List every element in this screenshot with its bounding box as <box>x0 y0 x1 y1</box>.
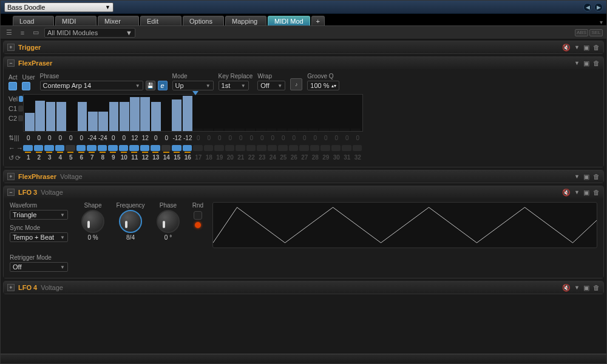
tab-overflow-icon[interactable]: ▾ <box>600 19 603 25</box>
user-checkbox[interactable] <box>22 82 30 90</box>
transpose-4[interactable]: 0 <box>55 135 66 141</box>
collapse-icon[interactable]: − <box>7 59 15 67</box>
tab-midi[interactable]: MIDI <box>55 16 97 25</box>
keyreplace-select[interactable]: 1st▼ <box>219 81 249 90</box>
transpose-29[interactable]: 0 <box>320 135 331 141</box>
transpose-17[interactable]: 0 <box>193 135 204 141</box>
lfo4-header[interactable]: + LFO 4 Voltage 🔇 ▼ ▣ 🗑 <box>4 281 603 294</box>
vel-bar-27[interactable] <box>298 129 308 131</box>
transpose-7[interactable]: -24 <box>87 135 98 141</box>
transpose-21[interactable]: 0 <box>236 135 246 141</box>
step-led-18[interactable] <box>204 145 214 151</box>
copy-icon[interactable]: ▣ <box>583 189 589 197</box>
transpose-30[interactable]: 0 <box>331 135 342 141</box>
transpose-28[interactable]: 0 <box>310 135 321 141</box>
step-led-14[interactable] <box>161 145 171 151</box>
step-led-27[interactable] <box>299 145 309 151</box>
phrase-select[interactable]: Contemp Arp 14▼ <box>40 81 143 90</box>
step-led-3[interactable] <box>44 145 54 151</box>
vel-bar-7[interactable] <box>88 112 98 131</box>
chevron-down-icon[interactable]: ▼ <box>574 174 580 180</box>
tab-midi-mod[interactable]: MIDI Mod <box>268 16 310 25</box>
step-led-28[interactable] <box>310 145 320 151</box>
delete-icon[interactable]: 🗑 <box>593 59 600 67</box>
next-preset-button[interactable]: ▶ <box>594 3 603 12</box>
step-led-25[interactable] <box>278 145 288 151</box>
vel-bar-2[interactable] <box>35 101 45 131</box>
c2-led[interactable] <box>18 115 23 121</box>
tab-edit[interactable]: Edit <box>140 16 181 25</box>
transpose-14[interactable]: 0 <box>161 135 172 141</box>
step-led-31[interactable] <box>342 145 351 151</box>
copy-icon[interactable]: ▣ <box>583 59 589 67</box>
step-led-5[interactable] <box>66 145 75 151</box>
fwd-icon[interactable]: → <box>16 144 23 152</box>
tab-options[interactable]: Options <box>183 16 224 25</box>
step-led-24[interactable] <box>268 145 277 151</box>
vel-bar-24[interactable] <box>266 129 276 131</box>
transpose-27[interactable]: 0 <box>299 135 310 141</box>
step-led-1[interactable] <box>23 145 33 151</box>
transpose-20[interactable]: 0 <box>225 135 236 141</box>
vel-bar-13[interactable] <box>151 102 161 131</box>
tab-load[interactable]: Load <box>13 16 54 25</box>
vel-bar-16[interactable] <box>183 96 192 131</box>
step-led-6[interactable] <box>76 145 86 151</box>
delete-icon[interactable]: 🗑 <box>593 44 600 51</box>
chevron-down-icon[interactable]: ▼ <box>574 285 580 291</box>
transpose-1[interactable]: 0 <box>23 135 34 141</box>
transpose-10[interactable]: 0 <box>119 135 130 141</box>
waveform-select[interactable]: Triangle▼ <box>10 210 68 220</box>
transpose-8[interactable]: -24 <box>98 135 109 141</box>
frequency-knob[interactable] <box>119 210 142 233</box>
flexphraser-header[interactable]: + FlexPhraser Voltage ▼ ▣ 🗑 <box>4 170 603 183</box>
transpose-13[interactable]: 0 <box>151 135 161 141</box>
c1-led[interactable] <box>18 106 23 112</box>
expand-all-icon[interactable]: ☰ <box>4 29 14 37</box>
prev-preset-button[interactable]: ◀ <box>583 3 592 12</box>
collapse-icon[interactable]: − <box>7 189 15 196</box>
step-led-10[interactable] <box>119 145 129 151</box>
step-led-20[interactable] <box>225 145 235 151</box>
transpose-9[interactable]: 0 <box>108 135 119 141</box>
vel-bar-21[interactable] <box>235 129 245 131</box>
vel-bar-32[interactable] <box>351 129 361 131</box>
step-led-21[interactable] <box>236 145 245 151</box>
grooveq-value[interactable]: 100 % ▴▾ <box>307 81 339 90</box>
flexpraser-header[interactable]: − FlexPraser ▼ ▣ 🗑 <box>4 57 603 69</box>
act-checkbox[interactable] <box>8 82 17 90</box>
reset-icon[interactable]: ↺ <box>8 154 14 162</box>
step-led-26[interactable] <box>289 145 299 151</box>
trigger-header[interactable]: + Trigger 🔇 ▼ ▣ 🗑 <box>4 41 603 53</box>
vel-bar-28[interactable] <box>308 129 318 131</box>
sync-select[interactable]: Tempo + Beat▼ <box>10 232 68 242</box>
vel-bar-29[interactable] <box>319 129 329 131</box>
transpose-23[interactable]: 0 <box>257 135 268 141</box>
copy-icon[interactable]: ▣ <box>583 173 589 181</box>
step-led-29[interactable] <box>320 145 330 151</box>
transpose-5[interactable]: 0 <box>66 135 76 141</box>
retrigger-select[interactable]: Off▼ <box>10 262 68 272</box>
step-transpose-row[interactable]: 000000-24-2400121200-12-1200000000000000… <box>23 135 363 141</box>
transpose-19[interactable]: 0 <box>214 135 225 141</box>
vel-led[interactable] <box>19 96 23 102</box>
transpose-22[interactable]: 0 <box>246 135 257 141</box>
vel-bar-4[interactable] <box>56 102 66 131</box>
transpose-icon[interactable]: ⇅||| <box>8 134 23 142</box>
phase-knob[interactable] <box>157 210 180 233</box>
transpose-18[interactable]: 0 <box>204 135 215 141</box>
transpose-31[interactable]: 0 <box>342 135 353 141</box>
vel-bar-8[interactable] <box>98 112 108 131</box>
vel-bar-30[interactable] <box>330 129 339 131</box>
expand-icon[interactable]: + <box>7 44 15 51</box>
step-led-23[interactable] <box>257 145 266 151</box>
step-led-11[interactable] <box>129 145 139 151</box>
step-led-17[interactable] <box>193 145 203 151</box>
vel-bar-10[interactable] <box>120 102 129 131</box>
vel-bar-23[interactable] <box>256 129 266 131</box>
tab-mapping[interactable]: Mapping <box>225 16 266 25</box>
step-led-15[interactable] <box>172 145 181 151</box>
vel-bar-31[interactable] <box>340 129 350 131</box>
edit-phrase-button[interactable]: e <box>158 81 168 90</box>
step-led-2[interactable] <box>34 145 44 151</box>
